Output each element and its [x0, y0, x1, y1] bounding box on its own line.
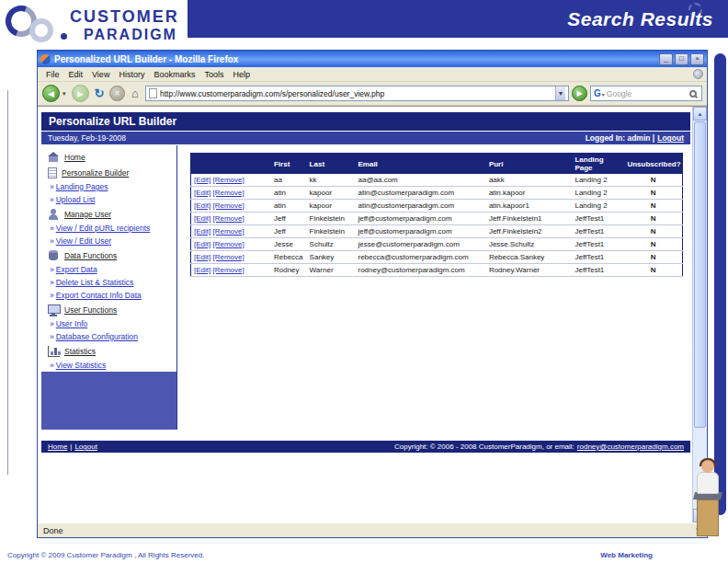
customer-paradigm-logo: CUSTOMER PARADIGM: [4, 2, 188, 55]
header-actions: [191, 154, 271, 175]
sidebar-section-data-functions[interactable]: Data Functions: [41, 247, 176, 263]
clipart-body: [697, 472, 719, 494]
menu-history[interactable]: History: [114, 70, 149, 79]
search-icon[interactable]: [689, 90, 697, 98]
search-engine-dropdown[interactable]: [602, 91, 605, 98]
remove-link[interactable]: [Remove]: [212, 253, 244, 261]
sidebar-link-user-info[interactable]: »User Info: [41, 317, 176, 330]
user-icon: [48, 209, 60, 220]
cell-first: Rodney: [271, 264, 307, 277]
edit-link[interactable]: [Edit]: [194, 176, 210, 184]
sidebar-link-label: User Info: [56, 319, 88, 328]
url-dropdown-button[interactable]: [555, 86, 565, 100]
cell-actions: [Edit] [Remove]: [191, 238, 271, 251]
sidebar-link-view-edit-user[interactable]: »View / Edit User: [41, 235, 176, 247]
sidebar-section-statistics[interactable]: Statistics: [41, 343, 176, 359]
document-icon: [48, 167, 57, 178]
logo-line2: PARADIGM: [84, 27, 179, 43]
home-button[interactable]: [128, 86, 142, 101]
remove-link[interactable]: [Remove]: [212, 227, 244, 236]
menu-edit[interactable]: Edit: [64, 70, 88, 79]
scrollbar-thumb[interactable]: [694, 121, 706, 428]
sidebar-link-database-configuration[interactable]: »Database Configuration: [41, 330, 176, 343]
sidebar-section-manage-user[interactable]: Manage User: [41, 206, 176, 222]
edit-link[interactable]: [Edit]: [194, 227, 210, 236]
table-row: [Edit] [Remove]RebeccaSankeyrebecca@cust…: [191, 251, 683, 264]
sidebar-link-export-contact-info-data[interactable]: »Export Contact Info Data: [41, 289, 176, 302]
chevron-icon: »: [50, 182, 54, 191]
chevron-icon: »: [50, 361, 54, 370]
remove-link[interactable]: [Remove]: [212, 201, 244, 210]
page-title: Personalize URL Builder: [49, 115, 176, 128]
scrollbar-track[interactable]: [693, 121, 707, 509]
menu-help[interactable]: Help: [228, 70, 255, 79]
remove-link[interactable]: [Remove]: [212, 214, 244, 223]
menu-tools[interactable]: Tools: [199, 70, 228, 79]
refresh-button[interactable]: [92, 86, 107, 101]
sidebar-section-home[interactable]: Home: [41, 149, 176, 165]
minimize-button[interactable]: _: [659, 53, 673, 65]
footer-home-link[interactable]: Home: [48, 442, 67, 451]
menu-bookmarks[interactable]: Bookmarks: [149, 70, 199, 79]
edit-link[interactable]: [Edit]: [194, 253, 210, 261]
menu-bar-items: FileEditViewHistoryBookmarksToolsHelp: [41, 70, 255, 79]
logo-text: CUSTOMER PARADIGM: [70, 8, 179, 42]
stop-button[interactable]: [109, 86, 125, 101]
edit-link[interactable]: [Edit]: [194, 266, 210, 274]
header-last: Last: [307, 154, 356, 175]
window-titlebar[interactable]: Personalized URL Builder - Mozilla Firef…: [38, 51, 707, 67]
search-placeholder[interactable]: Google: [607, 89, 689, 98]
login-status: Logged In: admin | Logout: [586, 133, 684, 143]
sidebar-section-label: Home: [64, 153, 85, 162]
edit-link[interactable]: [Edit]: [194, 240, 210, 248]
edit-link[interactable]: [Edit]: [194, 214, 210, 223]
sidebar-link-landing-pages[interactable]: »Landing Pages: [41, 180, 176, 193]
forward-button[interactable]: [72, 85, 89, 102]
sidebar-link-export-data[interactable]: »Export Data: [41, 263, 176, 276]
page-body: HomePersonalize Builder»Landing Pages»Up…: [41, 145, 690, 430]
right-accent-strip: [714, 53, 726, 515]
maximize-button[interactable]: □: [675, 53, 688, 65]
sidebar-section-user-functions[interactable]: User Functions: [41, 302, 176, 317]
remove-link[interactable]: [Remove]: [212, 189, 244, 197]
back-button[interactable]: [42, 85, 60, 102]
search-input[interactable]: Google: [590, 86, 702, 101]
sidebar-link-upload-list[interactable]: »Upload List: [41, 193, 176, 206]
status-text: Done: [43, 526, 63, 535]
close-button[interactable]: ×: [690, 53, 704, 65]
logout-link[interactable]: Logout: [657, 133, 684, 143]
footer-logout-link[interactable]: Logout: [74, 442, 97, 451]
cell-unsubscribed: N: [624, 213, 682, 225]
scroll-up-button[interactable]: [693, 107, 707, 121]
edit-link[interactable]: [Edit]: [194, 201, 210, 210]
slide-copyright: Copyright © 2009 Customer Paradigm , All…: [7, 551, 204, 559]
sidebar-link-view-statistics[interactable]: »View Statistics: [41, 359, 176, 372]
cell-email: aa@aa.com: [355, 174, 485, 187]
sidebar-section-label: User Functions: [64, 305, 117, 315]
copyright-email-link[interactable]: rodney@customerparadigm.com: [577, 442, 684, 451]
cell-last: kk: [307, 174, 356, 187]
remove-link[interactable]: [Remove]: [212, 176, 244, 184]
sidebar-link-view-edit-purl-recipients[interactable]: »View / Edit pURL recipients: [41, 222, 176, 235]
remove-link[interactable]: [Remove]: [212, 240, 244, 248]
url-text[interactable]: http://www.customerparadigm.com/s/person…: [160, 89, 555, 98]
menu-view[interactable]: View: [87, 70, 114, 79]
url-input[interactable]: http://www.customerparadigm.com/s/person…: [145, 86, 569, 101]
menu-file[interactable]: File: [41, 70, 64, 79]
cell-purl: atin.kapoor1: [486, 200, 573, 213]
home-icon: [48, 152, 60, 163]
sidebar-section-label: Personalize Builder: [62, 168, 129, 178]
go-button[interactable]: [572, 86, 587, 101]
sidebar-link-delete-list-statistics[interactable]: »Delete List & Statistics: [41, 276, 176, 289]
edit-link[interactable]: [Edit]: [194, 189, 210, 197]
sidebar-link-label: Upload List: [56, 195, 96, 204]
remove-link[interactable]: [Remove]: [212, 266, 244, 274]
footer-separator: |: [70, 442, 72, 451]
header-first: First: [271, 154, 307, 175]
chevron-icon: »: [50, 278, 54, 287]
cell-landing-page: JeffTest1: [572, 251, 624, 264]
sidebar-section-personalize-builder[interactable]: Personalize Builder: [41, 165, 176, 180]
back-history-dropdown[interactable]: [63, 90, 69, 98]
purl-table-head: FirstLastEmailPurlLanding PageUnsubscrib…: [191, 154, 683, 175]
cell-landing-page: Landing 2: [572, 174, 624, 187]
